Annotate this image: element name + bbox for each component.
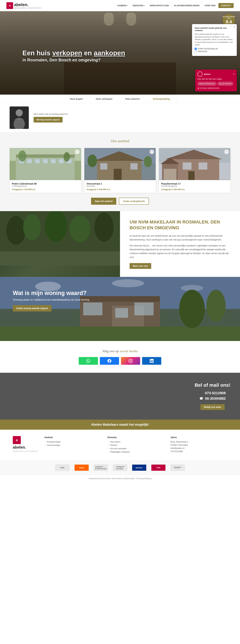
svg-rect-32 xyxy=(183,162,192,170)
partner-logos: NVM funda vastgoedprofessionals vastgoed… xyxy=(0,460,240,475)
nvm-content: UW NVM-MAKELAAR IN ROSMALEN, DEN BOSCH E… xyxy=(120,211,240,277)
building-svg-3 xyxy=(159,148,231,180)
svg-point-38 xyxy=(23,214,41,240)
aanbod-section: Ons aanbod xyxy=(0,132,240,211)
social-whatsapp-btn[interactable] xyxy=(79,357,98,365)
nav-item-aanbod[interactable]: AANBOD xyxy=(115,3,130,8)
social-buttons xyxy=(0,357,240,365)
nav-item-diensten[interactable]: DIENSTEN xyxy=(130,3,147,8)
svg-rect-12 xyxy=(51,159,56,163)
property-image-2: ♡ xyxy=(84,148,156,180)
agent-button[interactable]: Woning waarde rapport xyxy=(34,117,63,122)
rating-label: KLANTEN GEVEN ONS xyxy=(222,16,235,19)
partner-viva: VIVA xyxy=(151,464,166,471)
partner-vgp: vastgoedprofessionals xyxy=(94,464,108,471)
site-logo[interactable]: a abelen. MAKELAARS & TAXATEURS BV xyxy=(6,2,42,9)
whatsapp-phone-icon: 💬 xyxy=(199,397,203,400)
btn-naar-aanbod[interactable]: Naar het aanbod xyxy=(91,198,116,205)
chat-header: abelen × xyxy=(197,72,235,77)
footer-aanbod-col: Aanbod Koopwoningen Huurwoningen xyxy=(44,436,101,454)
navigation: a abelen. MAKELAARS & TAXATEURS BV AANBO… xyxy=(0,0,240,11)
gear-icon: ⚙ xyxy=(197,87,200,90)
footer-link-makelaar[interactable]: Plaatselijke makelaar xyxy=(107,451,164,453)
social-linkedin-btn[interactable] xyxy=(142,357,161,365)
footer-email[interactable]: info@abelen.nl xyxy=(171,447,227,449)
svg-rect-22 xyxy=(100,163,107,170)
nav-item-contact[interactable]: CONTACT xyxy=(218,3,234,8)
contact-team-button[interactable]: Bekijk ons team xyxy=(201,404,225,410)
quick-nav-kopen[interactable]: Huis kopen xyxy=(64,94,90,103)
quick-nav-taxeren[interactable]: Huis taxeren xyxy=(119,94,146,103)
footer-link-taxeren[interactable]: Taxeren xyxy=(107,444,164,446)
agent-silhouette xyxy=(9,106,29,129)
agent-info: Wil u weten wat uw woning waard is? Woni… xyxy=(34,113,231,122)
contact-box: Bel of mail ons! 📞 073-5212908 💬 06-3039… xyxy=(195,382,231,410)
svg-rect-23 xyxy=(130,163,138,170)
woning-section: Wat is mijn woning waard? Ontvang gratis… xyxy=(0,277,240,341)
chat-avatar xyxy=(197,72,203,77)
property-city-1: 's-Hertogenbosch xyxy=(12,185,79,187)
agent-section: Wil u weten wat uw woning waard is? Woni… xyxy=(0,103,240,132)
footer-link-huur[interactable]: Huurwoningen xyxy=(44,444,101,446)
footer-postal: 5243KC Rosmalen xyxy=(171,444,227,446)
footer-logo-sub: MAKELAARS & TAXATEURS BV xyxy=(13,450,38,452)
hero-section: KLANTEN GEVEN ONS 9.4 Een huis verkopen … xyxy=(0,11,240,94)
chat-action-buttons: MAAS PROFIELEN ALLES AFWIJK xyxy=(197,82,235,86)
chat-btn-alles[interactable]: ALLES AFWIJK xyxy=(218,82,233,86)
chat-question: Hey, stel ons hier een vraag! xyxy=(197,78,235,80)
property-card-1: ♡ Pedro Cabralstraat 89 's-Hertogenbosch… xyxy=(9,148,81,193)
social-section: Volg ons op social media xyxy=(0,341,240,373)
social-instagram-btn[interactable] xyxy=(121,357,140,365)
svg-rect-34 xyxy=(164,169,176,180)
cookie-checkbox-necessary[interactable] xyxy=(195,48,197,50)
building-svg-1 xyxy=(9,148,81,180)
chat-details[interactable]: ⚙ DETAILS WEERGEVEN xyxy=(197,87,235,90)
nvm-section: UW NVM-MAKELAAR IN ROSMALEN, DEN BOSCH E… xyxy=(0,211,240,277)
footer-diensten-col: Diensten Huis kopen Taxeren Uw huis verk… xyxy=(107,436,164,454)
property-heart-3[interactable]: ♡ xyxy=(224,150,229,154)
property-address-2: Venusstraat 1 xyxy=(87,182,154,185)
cookie-checkbox-prestatie[interactable] xyxy=(195,50,197,52)
instagram-icon xyxy=(129,359,132,363)
cookie-close-button[interactable]: × xyxy=(234,26,235,28)
property-city-3: Sint Michielsgestel xyxy=(161,185,228,187)
property-info-3: Populierstraat 17 Sint Michielsgestel Vr… xyxy=(159,180,231,193)
footer-adres-title: Adres xyxy=(171,436,227,439)
contact-footer: Bel of mail ons! 📞 073-5212908 💬 06-3039… xyxy=(0,373,240,420)
chat-popup: abelen × Hey, stel ons hier een vraag! M… xyxy=(195,70,237,92)
quick-nav-verkopen[interactable]: Huis verkopen xyxy=(90,94,119,103)
building-svg-2 xyxy=(84,148,156,180)
footer-logo[interactable]: a abelen. MAKELAARS & TAXATEURS BV xyxy=(13,436,38,454)
svg-point-15 xyxy=(18,150,26,162)
property-address-3: Populierstraat 17 xyxy=(161,182,228,185)
svg-rect-33 xyxy=(199,162,207,170)
nvm-meer-btn[interactable]: Meer over ons xyxy=(129,263,151,269)
footer-link-verkopen[interactable]: Uw huis verkopen xyxy=(107,447,164,450)
property-price-1: Vraagprijs € 310.000 k.k. xyxy=(12,188,79,190)
property-address-1: Pedro Cabralstraat 89 xyxy=(12,182,79,185)
logo-icon: a xyxy=(6,2,13,9)
nav-item-verkoopstyling[interactable]: VERKOOPSTYLING xyxy=(147,3,171,8)
footer-link-koop[interactable]: Koopwoningen xyxy=(44,440,101,443)
agent-text: Wil u weten wat uw woning waard is? xyxy=(34,113,231,115)
quick-nav-styling[interactable]: Verkoopstyling xyxy=(146,94,176,103)
woning-button[interactable]: Gratis woning waarde rapport xyxy=(13,305,52,312)
social-facebook-btn[interactable] xyxy=(100,357,119,365)
contact-title: Bel of mail ons! xyxy=(195,382,231,388)
nav-links: AANBOD DIENSTEN VERKOOPSTYLING KLANTBEOO… xyxy=(115,3,234,8)
facebook-icon xyxy=(108,359,111,363)
svg-rect-42 xyxy=(0,251,120,266)
property-price-2: Vraagprijs € 549.000 k.k. xyxy=(87,188,154,190)
logo-sub: MAKELAARS & TAXATEURS BV xyxy=(14,7,42,9)
btn-zoekopdracht[interactable]: Gratis zoekopdracht xyxy=(119,198,149,205)
nav-item-klant[interactable]: KLANTBEOORDELINGEN xyxy=(172,3,202,8)
property-image-1: ♡ xyxy=(9,148,81,180)
partner-zien24: ZIEN24⁵¹ xyxy=(170,464,185,471)
chat-close-button[interactable]: × xyxy=(233,72,235,76)
nav-item-over[interactable]: OVER ONS xyxy=(202,3,218,8)
footer-link-kopen[interactable]: Huis kopen xyxy=(107,440,164,443)
chat-btn-maas[interactable]: MAAS PROFIELEN xyxy=(197,82,217,86)
property-heart-1[interactable]: ♡ xyxy=(75,150,80,154)
cookie-banner: × Deze website maakt gebruik van cookies… xyxy=(192,24,237,56)
linkedin-icon xyxy=(150,359,154,363)
